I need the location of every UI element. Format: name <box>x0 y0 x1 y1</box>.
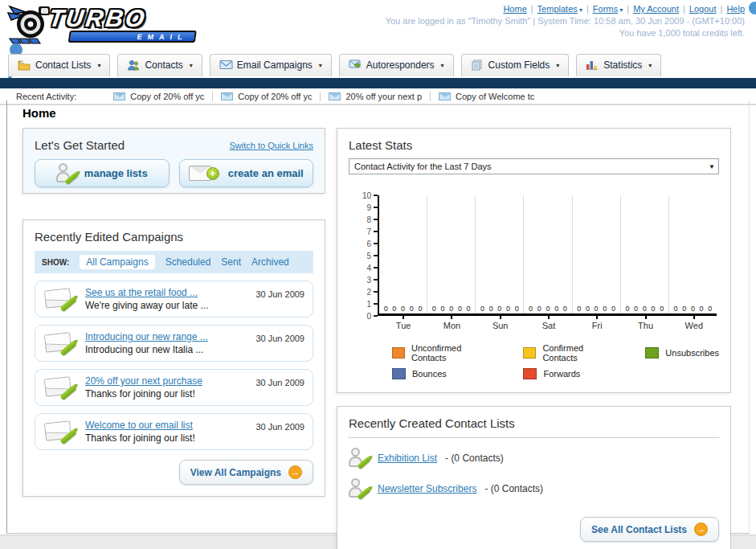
value-labels: 00000 <box>524 305 571 313</box>
value-labels: 00000 <box>379 305 427 313</box>
nav-link-help[interactable]: Help <box>726 4 745 14</box>
campaign-date: 30 Jun 2009 <box>255 378 304 387</box>
tab-email-campaigns[interactable]: Email Campaigns▾ <box>210 54 332 76</box>
campaign-title-link[interactable]: See us at the retail food ... <box>85 287 247 298</box>
chart-day-group: 00000 <box>475 195 523 313</box>
recent-activity-item[interactable]: Copy of 20% off yc <box>213 92 321 101</box>
nav-link-logout[interactable]: Logout <box>689 4 717 14</box>
campaign-title-link[interactable]: Introducing our new range ... <box>85 331 247 342</box>
chart-day-group: 00000 <box>427 195 475 313</box>
campaign-subtitle: Thanks for joining our list! <box>85 432 247 444</box>
x-tick-mark <box>645 316 647 319</box>
turbo-email-logo: TURBO EMAIL <box>6 2 198 47</box>
tab-contacts[interactable]: Contacts▾ <box>117 54 202 76</box>
legend-label: Confirmed Contacts <box>542 343 615 363</box>
value-label: 0 <box>563 305 567 313</box>
chevron-down-icon: ▾ <box>618 6 623 14</box>
nav-link-forms[interactable]: Forms <box>593 4 618 14</box>
x-tick-mark <box>451 316 452 319</box>
tab-contact-lists[interactable]: Contact Lists▾ <box>8 54 110 76</box>
x-tick-mark <box>596 316 598 319</box>
nav-separator: | <box>683 4 685 14</box>
x-tick-label: Fri <box>573 316 621 330</box>
campaign-date: 30 Jun 2009 <box>255 334 304 343</box>
switch-quick-links-link[interactable]: Switch to Quick Links <box>229 141 313 150</box>
campaign-text: 20% off your next purchaseThanks for joi… <box>85 375 247 399</box>
y-tick-label: 9 <box>355 203 371 212</box>
campaign-subtitle: Thanks for joining our list! <box>85 388 247 399</box>
navy-divider-bar <box>0 78 756 88</box>
campaign-card[interactable]: 20% off your next purchaseThanks for joi… <box>35 369 313 406</box>
campaigns-panel-title: Recently Edited Campaigns <box>35 230 313 244</box>
value-labels: 00000 <box>621 305 668 313</box>
contact-list-link[interactable]: Exhibition List <box>378 453 437 464</box>
recent-activity-item[interactable]: Copy of 20% off yc <box>105 92 213 101</box>
view-all-campaigns-button[interactable]: View All Campaigns → <box>179 460 313 485</box>
recent-activity-item-label: 20% off your next p <box>345 92 422 101</box>
x-tick-label: Sun <box>476 316 525 330</box>
tab-custom-fields[interactable]: Custom Fields▾ <box>461 54 570 76</box>
chart-plot-area: 00000000000000000000000000000000000 <box>378 195 717 316</box>
value-label: 0 <box>392 305 396 313</box>
value-label: 0 <box>634 305 638 313</box>
page-frame-left <box>6 100 7 533</box>
envelope-icon <box>221 92 233 100</box>
campaign-card[interactable]: Welcome to our email listThanks for join… <box>35 413 313 450</box>
login-status-text: You are logged in as "Timothy Smith" | S… <box>386 16 745 26</box>
tab-autoresponders[interactable]: Autoresponders▾ <box>339 54 454 76</box>
campaign-title-link[interactable]: Welcome to our email list <box>85 420 247 431</box>
see-all-contact-lists-button[interactable]: See All Contact Lists → <box>580 517 719 542</box>
chevron-down-icon: ▾ <box>190 62 193 69</box>
recent-activity-item[interactable]: 20% off your next p <box>321 92 431 101</box>
logo-wordmark: TURBO <box>47 5 201 32</box>
nav-separator: | <box>721 4 723 14</box>
y-tick-label: 10 <box>355 191 371 200</box>
tab-label: Email Campaigns <box>237 59 313 71</box>
value-label: 0 <box>489 305 493 313</box>
nav-link-templates[interactable]: Templates <box>537 4 578 14</box>
nav-link-my-account[interactable]: My Account <box>633 4 679 14</box>
contact-list-link[interactable]: Newsletter Subscribers <box>378 483 476 494</box>
filter-scheduled[interactable]: Scheduled <box>166 256 211 268</box>
filter-sent[interactable]: Sent <box>221 256 241 268</box>
x-tick-mark <box>548 316 550 319</box>
campaign-card[interactable]: Introducing our new range ...Introducing… <box>35 325 313 362</box>
logo-email-bar: EMAIL <box>68 31 197 43</box>
value-label: 0 <box>537 305 541 313</box>
main-nav-tabs: Contact Lists▾Contacts▾Email Campaigns▾A… <box>8 54 661 76</box>
filter-all-campaigns[interactable]: All Campaigns <box>80 255 154 269</box>
recent-activity-item[interactable]: Copy of Welcome tc <box>431 92 542 101</box>
nav-link-home[interactable]: Home <box>503 4 526 14</box>
legend-item: Unsubscribes <box>645 343 719 363</box>
create-email-button[interactable]: + create an email <box>179 159 314 187</box>
value-label: 0 <box>515 305 519 313</box>
campaign-title-link[interactable]: 20% off your next purchase <box>85 375 247 387</box>
person-edit-icon <box>56 163 77 184</box>
value-labels: 00000 <box>573 305 620 313</box>
person-edit-icon <box>349 448 370 469</box>
help-bubble-icon[interactable] <box>749 2 756 14</box>
contacts-icon <box>127 59 140 71</box>
latest-stats-panel: Latest Stats Contact Activity for the La… <box>337 128 731 393</box>
value-label: 0 <box>674 305 678 313</box>
value-label: 0 <box>586 305 590 313</box>
get-started-panel: Let's Get Started Switch to Quick Links … <box>22 128 325 194</box>
manage-lists-button[interactable]: manage lists <box>35 159 170 187</box>
value-label: 0 <box>577 305 581 313</box>
legend-swatch <box>523 347 536 358</box>
tab-statistics[interactable]: Statistics▾ <box>576 54 661 76</box>
campaign-card[interactable]: See us at the retail food ...We're givin… <box>35 281 313 318</box>
legend-item: Unconfirmed Contacts <box>392 343 492 363</box>
campaign-subtitle: We're giving away our late ... <box>85 300 247 311</box>
filter-archived[interactable]: Archived <box>251 256 289 268</box>
recently-created-contact-lists-panel: Recently Created Contact Lists Exhibitio… <box>337 406 731 549</box>
header-right: Home|Templates ▾|Forms ▾|My Account|Logo… <box>386 4 745 38</box>
stats-period-dropdown[interactable]: Contact Activity for the Last 7 Days ▼ <box>349 158 719 174</box>
legend-label: Unconfirmed Contacts <box>411 343 493 363</box>
recently-edited-campaigns-panel: Recently Edited Campaigns SHOW: All Camp… <box>22 219 325 497</box>
y-tick-label: 5 <box>355 252 371 260</box>
y-tick-label: 4 <box>355 264 371 272</box>
envelope-edit-icon <box>43 330 77 356</box>
value-label: 0 <box>449 305 453 313</box>
main-content: Home Let's Get Started Switch to Quick L… <box>22 106 734 549</box>
